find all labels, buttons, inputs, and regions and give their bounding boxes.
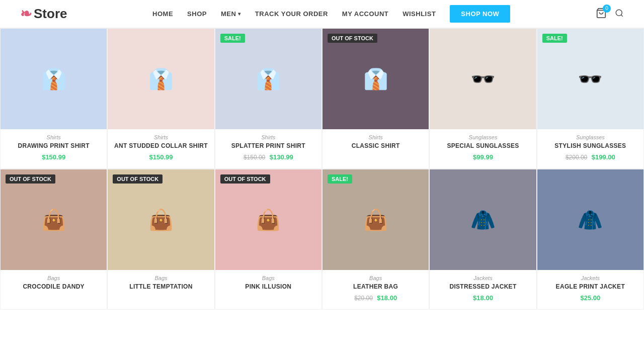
product-icon: 👜 (323, 169, 429, 270)
product-category: Shirts (221, 134, 315, 140)
product-image: OUT OF STOCK 👜 (1, 169, 107, 270)
nav-wishlist[interactable]: WISHLIST (403, 10, 436, 18)
product-card-stylish-sunglasses[interactable]: SALE! 🕶️ Sunglasses STYLISH SUNGLASSES $… (537, 28, 644, 169)
product-icon: 👜 (108, 169, 214, 270)
product-price: $200.00 $199.00 (543, 152, 637, 161)
product-card-crocodile-dandy[interactable]: OUT OF STOCK 👜 Bags CROCODILE DANDY (0, 169, 107, 310)
product-image: SALE! 👜 (323, 169, 429, 270)
product-name: SPECIAL SUNGLASSES (436, 142, 530, 149)
product-card-little-temptation[interactable]: OUT OF STOCK 👜 Bags LITTLE TEMPTATION (107, 169, 214, 310)
product-category: Bags (329, 275, 423, 281)
product-name: ANT STUDDED COLLAR SHIRT (114, 142, 208, 149)
logo[interactable]: ❧ Store (20, 6, 67, 22)
product-info: Sunglasses STYLISH SUNGLASSES $200.00 $1… (537, 129, 643, 168)
product-info: Shirts DRAWING PRINT SHIRT $150.99 (1, 129, 107, 168)
product-category: Bags (114, 275, 208, 281)
product-name: PINK ILLUSION (221, 283, 315, 290)
products-row-1: 👔 Shirts DRAWING PRINT SHIRT $150.99 👔 S… (0, 28, 644, 169)
shop-now-button[interactable]: SHOP NOW (450, 5, 510, 23)
product-image: SALE! 👔 (215, 29, 321, 129)
product-name: DRAWING PRINT SHIRT (7, 142, 101, 149)
product-category: Jackets (436, 275, 530, 281)
product-image: OUT OF STOCK 👜 (215, 169, 321, 270)
cart-icon[interactable]: 0 (596, 8, 607, 21)
header: ❧ Store HOME SHOP MEN ▾ TRACK YOUR ORDER… (0, 0, 644, 28)
product-card-eagle-print-jacket[interactable]: 🧥 Jackets EAGLE PRINT JACKET $25.00 (537, 169, 644, 310)
product-category: Shirts (329, 134, 423, 140)
product-info: Bags LITTLE TEMPTATION (108, 270, 214, 297)
product-name: CROCODILE DANDY (7, 283, 101, 290)
search-icon[interactable] (615, 9, 624, 20)
logo-icon: ❧ (20, 6, 32, 22)
product-info: Jackets DISTRESSED JACKET $18.00 (430, 270, 536, 309)
main-nav: HOME SHOP MEN ▾ TRACK YOUR ORDER MY ACCO… (152, 5, 510, 23)
product-category: Bags (7, 275, 101, 281)
product-info: Shirts ANT STUDDED COLLAR SHIRT $150.99 (108, 129, 214, 168)
product-category: Shirts (114, 134, 208, 140)
product-image: OUT OF STOCK 👜 (108, 169, 214, 270)
products-row-2: OUT OF STOCK 👜 Bags CROCODILE DANDY OUT … (0, 169, 644, 310)
product-icon: 👔 (108, 29, 214, 129)
nav-home[interactable]: HOME (152, 10, 173, 18)
product-card-special-sunglasses[interactable]: 🕶️ Sunglasses SPECIAL SUNGLASSES $99.99 (429, 28, 536, 169)
nav-my-account[interactable]: MY ACCOUNT (342, 10, 388, 18)
product-info: Sunglasses SPECIAL SUNGLASSES $99.99 (430, 129, 536, 168)
header-icons: 0 (596, 8, 624, 21)
product-image: 🧥 (430, 169, 536, 270)
svg-line-2 (621, 15, 622, 16)
product-price: $99.99 (436, 152, 530, 161)
product-icon: 🕶️ (537, 29, 643, 129)
product-image: SALE! 🕶️ (537, 29, 643, 129)
product-price: $150.99 (7, 152, 101, 161)
product-card-distressed-jacket[interactable]: 🧥 Jackets DISTRESSED JACKET $18.00 (429, 169, 536, 310)
product-icon: 👔 (215, 29, 321, 129)
product-image: 🕶️ (430, 29, 536, 129)
product-icon: 🧥 (537, 169, 643, 270)
product-badge: OUT OF STOCK (6, 174, 55, 184)
product-icon: 🧥 (430, 169, 536, 270)
product-card-drawing-print-shirt[interactable]: 👔 Shirts DRAWING PRINT SHIRT $150.99 (0, 28, 107, 169)
product-card-leather-bag[interactable]: SALE! 👜 Bags LEATHER BAG $20.00 $18.00 (322, 169, 429, 310)
product-icon: 👔 (323, 29, 429, 129)
product-badge: SALE! (542, 34, 567, 43)
product-card-classic-shirt[interactable]: OUT OF STOCK 👔 Shirts CLASSIC SHIRT (322, 28, 429, 169)
product-name: SPLATTER PRINT SHIRT (221, 142, 315, 149)
product-price: $150.99 (114, 152, 208, 161)
product-badge: SALE! (220, 34, 245, 43)
product-badge: OUT OF STOCK (328, 34, 377, 43)
logo-text: Store (34, 6, 67, 22)
product-icon: 👜 (215, 169, 321, 270)
product-category: Shirts (7, 134, 101, 140)
product-price: $18.00 (436, 293, 530, 302)
cart-badge: 0 (603, 5, 611, 13)
product-info: Shirts SPLATTER PRINT SHIRT $150.00 $130… (215, 129, 321, 168)
product-card-pink-illusion[interactable]: OUT OF STOCK 👜 Bags PINK ILLUSION (215, 169, 322, 310)
chevron-down-icon: ▾ (238, 11, 241, 17)
product-category: Sunglasses (436, 134, 530, 140)
product-image: OUT OF STOCK 👔 (323, 29, 429, 129)
product-info: Jackets EAGLE PRINT JACKET $25.00 (537, 270, 643, 309)
nav-men[interactable]: MEN ▾ (221, 10, 241, 18)
product-name: STYLISH SUNGLASSES (543, 142, 637, 149)
product-info: Bags CROCODILE DANDY (1, 270, 107, 297)
nav-shop[interactable]: SHOP (187, 10, 207, 18)
product-name: LITTLE TEMPTATION (114, 283, 208, 290)
product-price: $20.00 $18.00 (329, 293, 423, 302)
product-image: 👔 (1, 29, 107, 129)
product-badge: SALE! (328, 174, 352, 184)
product-info: Shirts CLASSIC SHIRT (323, 129, 429, 156)
product-name: CLASSIC SHIRT (329, 142, 423, 149)
product-category: Sunglasses (543, 134, 637, 140)
product-icon: 👔 (1, 29, 107, 129)
product-name: DISTRESSED JACKET (436, 283, 530, 290)
product-name: EAGLE PRINT JACKET (543, 283, 637, 290)
product-category: Bags (221, 275, 315, 281)
product-badge: OUT OF STOCK (113, 174, 163, 184)
product-card-splatter-print-shirt[interactable]: SALE! 👔 Shirts SPLATTER PRINT SHIRT $150… (215, 28, 322, 169)
product-info: Bags PINK ILLUSION (215, 270, 321, 297)
product-card-ant-studded-collar-shirt[interactable]: 👔 Shirts ANT STUDDED COLLAR SHIRT $150.9… (107, 28, 214, 169)
product-icon: 👜 (1, 169, 107, 270)
product-price: $150.00 $130.99 (221, 152, 315, 161)
nav-track-order[interactable]: TRACK YOUR ORDER (255, 10, 328, 18)
product-category: Jackets (543, 275, 637, 281)
